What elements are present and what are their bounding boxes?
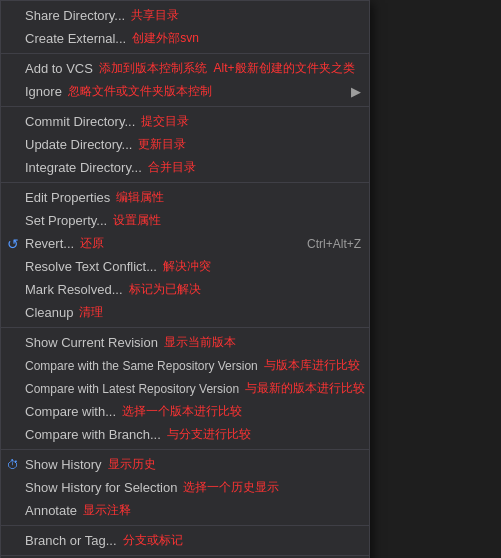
menu-item-show-current-rev[interactable]: Show Current Revision 显示当前版本 (1, 331, 369, 354)
menu-item-compare-same-repo[interactable]: Compare with the Same Repository Version… (1, 354, 369, 377)
menu-item-mark-resolved[interactable]: Mark Resolved... 标记为已解决 (1, 278, 369, 301)
menu-item-add-to-vcs[interactable]: Add to VCS 添加到版本控制系统 Alt+般新创建的文件夹之类 (1, 57, 369, 80)
annotate-label: Annotate (25, 503, 77, 518)
revert-label: Revert... (25, 236, 74, 251)
revert-annotation: 还原 (80, 235, 104, 252)
create-external-annotation: 创建外部svn (132, 30, 199, 47)
share-dir-label: Share Directory... (25, 8, 125, 23)
show-current-rev-label: Show Current Revision (25, 335, 158, 350)
compare-latest-repo-label: Compare with Latest Repository Version (25, 382, 239, 396)
menu-item-share-dir[interactable]: Share Directory... 共享目录 (1, 4, 369, 27)
resolve-conflict-label: Resolve Text Conflict... (25, 259, 157, 274)
menu-item-annotate[interactable]: Annotate 显示注释 (1, 499, 369, 522)
menu-item-cleanup[interactable]: Cleanup 清理 (1, 301, 369, 324)
menu-item-edit-props[interactable]: Edit Properties 编辑属性 (1, 186, 369, 209)
edit-props-annotation: 编辑属性 (116, 189, 164, 206)
compare-branch-label: Compare with Branch... (25, 427, 161, 442)
commit-dir-annotation: 提交目录 (141, 113, 189, 130)
cleanup-annotation: 清理 (79, 304, 103, 321)
add-to-vcs-annotation: 添加到版本控制系统 Alt+般新创建的文件夹之类 (99, 60, 355, 77)
show-history-sel-label: Show History for Selection (25, 480, 177, 495)
menu-item-resolve-conflict[interactable]: Resolve Text Conflict... 解决冲突 (1, 255, 369, 278)
show-history-label: Show History (25, 457, 102, 472)
show-current-rev-annotation: 显示当前版本 (164, 334, 236, 351)
separator-2 (1, 106, 369, 107)
menu-item-set-prop[interactable]: Set Property... 设置属性 (1, 209, 369, 232)
menu-item-compare-branch[interactable]: Compare with Branch... 与分支进行比较 (1, 423, 369, 446)
menu-item-compare-latest-repo[interactable]: Compare with Latest Repository Version 与… (1, 377, 369, 400)
integrate-dir-label: Integrate Directory... (25, 160, 142, 175)
compare-with-label: Compare with... (25, 404, 116, 419)
menu-item-create-external[interactable]: Create External... 创建外部svn (1, 27, 369, 50)
update-dir-annotation: 更新目录 (138, 136, 186, 153)
ignore-annotation: 忽略文件或文件夹版本控制 (68, 83, 212, 100)
separator-7 (1, 555, 369, 556)
separator-4 (1, 327, 369, 328)
compare-latest-repo-annotation: 与最新的版本进行比较 (245, 380, 365, 397)
show-history-annotation: 显示历史 (108, 456, 156, 473)
branch-tag-annotation: 分支或标记 (123, 532, 183, 549)
separator-6 (1, 525, 369, 526)
resolve-conflict-annotation: 解决冲突 (163, 258, 211, 275)
menu-item-update-dir[interactable]: Update Directory... 更新目录 (1, 133, 369, 156)
integrate-dir-annotation: 合并目录 (148, 159, 196, 176)
commit-dir-label: Commit Directory... (25, 114, 135, 129)
mark-resolved-label: Mark Resolved... (25, 282, 123, 297)
menu-item-branch-tag[interactable]: Branch or Tag... 分支或标记 (1, 529, 369, 552)
share-dir-annotation: 共享目录 (131, 7, 179, 24)
annotate-annotation: 显示注释 (83, 502, 131, 519)
history-icon: ⏱ (5, 458, 21, 472)
menu-item-revert[interactable]: ↺ Revert... 还原 Ctrl+Alt+Z (1, 232, 369, 255)
separator-5 (1, 449, 369, 450)
menu-item-compare-with[interactable]: Compare with... 选择一个版本进行比较 (1, 400, 369, 423)
compare-with-annotation: 选择一个版本进行比较 (122, 403, 242, 420)
separator-3 (1, 182, 369, 183)
ignore-label: Ignore (25, 84, 62, 99)
mark-resolved-annotation: 标记为已解决 (129, 281, 201, 298)
set-prop-label: Set Property... (25, 213, 107, 228)
compare-same-repo-annotation: 与版本库进行比较 (264, 357, 360, 374)
update-dir-label: Update Directory... (25, 137, 132, 152)
add-to-vcs-label: Add to VCS (25, 61, 93, 76)
menu-item-ignore[interactable]: Ignore 忽略文件或文件夹版本控制 ▶ (1, 80, 369, 103)
compare-same-repo-label: Compare with the Same Repository Version (25, 359, 258, 373)
separator-1 (1, 53, 369, 54)
menu-item-show-history[interactable]: ⏱ Show History 显示历史 (1, 453, 369, 476)
cleanup-label: Cleanup (25, 305, 73, 320)
set-prop-annotation: 设置属性 (113, 212, 161, 229)
compare-branch-annotation: 与分支进行比较 (167, 426, 251, 443)
menu-item-integrate-dir[interactable]: Integrate Directory... 合并目录 (1, 156, 369, 179)
show-history-sel-annotation: 选择一个历史显示 (183, 479, 279, 496)
menu-item-show-history-sel[interactable]: Show History for Selection 选择一个历史显示 (1, 476, 369, 499)
ignore-arrow: ▶ (341, 84, 361, 99)
menu-item-commit-dir[interactable]: Commit Directory... 提交目录 (1, 110, 369, 133)
create-external-label: Create External... (25, 31, 126, 46)
context-menu: Share Directory... 共享目录 Create External.… (0, 0, 370, 558)
edit-props-label: Edit Properties (25, 190, 110, 205)
branch-tag-label: Branch or Tag... (25, 533, 117, 548)
revert-icon: ↺ (5, 236, 21, 252)
revert-shortcut: Ctrl+Alt+Z (287, 237, 361, 251)
